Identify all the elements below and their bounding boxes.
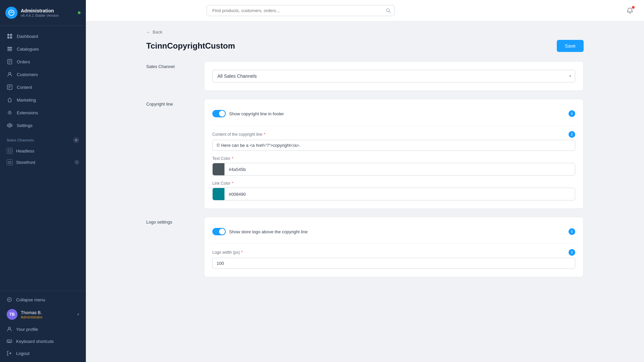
brand-name: Administration: [21, 8, 74, 13]
breadcrumb-arrow-icon: ←: [146, 29, 151, 35]
svg-point-12: [9, 72, 11, 74]
show-copyright-toggle-label: Show copyright line in footer: [229, 111, 565, 116]
text-color-label-text: Text Color: [212, 156, 230, 161]
svg-point-0: [9, 10, 14, 15]
logo-toggle-info-icon[interactable]: i: [569, 228, 575, 235]
sidebar-item-content[interactable]: Content: [0, 81, 86, 94]
logo-width-input[interactable]: [212, 258, 575, 269]
status-dot: [78, 11, 80, 14]
copyright-card: Show copyright line in footer i Content …: [204, 99, 584, 209]
svg-point-28: [8, 327, 10, 329]
page-header: TcinnCopyrightCustom Save: [146, 40, 584, 52]
breadcrumb-back-link[interactable]: Back: [153, 29, 162, 35]
link-color-swatch[interactable]: [213, 188, 225, 200]
sidebar-item-label: Content: [17, 85, 32, 90]
page-title: TcinnCopyrightCustom: [146, 41, 235, 51]
collapse-menu-label: Collapse menu: [16, 297, 45, 302]
catalogues-icon: [7, 46, 13, 52]
logout-item[interactable]: Logout: [0, 347, 86, 359]
show-copyright-toggle[interactable]: [212, 110, 226, 117]
settings-icon: [7, 122, 13, 128]
copyright-section-label: Copyright line: [146, 99, 193, 209]
sidebar-item-dashboard[interactable]: Dashboard: [0, 30, 86, 43]
sidebar-item-customers[interactable]: Customers: [0, 68, 86, 81]
storefront-actions[interactable]: [74, 160, 79, 165]
copyright-line-section: Copyright line Show copyright line in fo…: [146, 99, 584, 209]
svg-rect-2: [10, 34, 12, 36]
copyright-content-input[interactable]: [212, 140, 575, 151]
sales-channel-select-wrapper: All Sales Channels Headless Storefront ▾: [212, 70, 575, 82]
sidebar-item-label: Settings: [17, 123, 33, 128]
copyright-content-label-text: Content of the copyright line: [212, 132, 262, 137]
save-button[interactable]: Save: [557, 40, 584, 52]
sidebar-item-extensions[interactable]: Extensions: [0, 106, 86, 119]
brand-version: v6.4.6.1 Stable Version: [21, 13, 74, 17]
show-logo-toggle-row: Show store logo above the copyright line…: [212, 225, 575, 238]
text-color-label: Text Color *: [212, 156, 575, 161]
copyright-toggle-info-icon[interactable]: i: [569, 110, 575, 117]
topbar-right: [624, 5, 636, 17]
text-color-field-group: Text Color *: [212, 156, 575, 176]
keyboard-shortcuts-item[interactable]: Keyboard shortcuts: [0, 335, 86, 347]
show-logo-toggle-label: Show store logo above the copyright line: [229, 229, 565, 234]
search-input[interactable]: [207, 5, 394, 16]
sales-channel-section: Sales Channel All Sales Channels Headles…: [146, 61, 584, 91]
sidebar-item-marketing[interactable]: Marketing: [0, 94, 86, 106]
user-info: Thomas B. Administrator: [21, 310, 74, 319]
toggle-knob: [219, 229, 225, 235]
sidebar-item-orders[interactable]: Orders: [0, 55, 86, 68]
storefront-label: Storefront: [16, 160, 35, 165]
extensions-icon: [7, 110, 13, 116]
copyright-content-info-icon[interactable]: i: [569, 131, 575, 138]
logo-width-label-text: Logo width (px): [212, 250, 240, 255]
add-sales-channel-button[interactable]: +: [73, 137, 79, 143]
required-star: *: [232, 181, 233, 186]
storefront-channel-icon: [7, 159, 13, 165]
sidebar-item-settings[interactable]: Settings: [0, 119, 86, 132]
sales-channels-section-label: Sales Channels +: [0, 132, 86, 145]
svg-line-36: [389, 11, 390, 13]
sidebar-item-label: Customers: [17, 72, 38, 77]
svg-rect-4: [10, 37, 12, 39]
your-profile-item[interactable]: Your profile: [0, 323, 86, 335]
svg-rect-1: [7, 34, 9, 36]
link-color-label: Link Color *: [212, 181, 575, 186]
svg-rect-5: [7, 47, 12, 48]
search-button[interactable]: [386, 8, 391, 13]
sidebar-item-label: Dashboard: [17, 34, 38, 39]
notifications-button[interactable]: [624, 5, 636, 17]
sidebar-item-label: Extensions: [17, 110, 38, 115]
link-color-field: [212, 188, 575, 200]
logout-label: Logout: [16, 351, 30, 356]
svg-rect-19: [8, 149, 11, 152]
logout-icon: [7, 351, 12, 356]
user-avatar: TB: [7, 309, 17, 320]
user-profile-section[interactable]: TB Thomas B. Administrator ▾: [0, 306, 86, 323]
required-star: *: [232, 156, 233, 161]
divider: [212, 125, 575, 126]
divider: [212, 243, 575, 244]
svg-rect-6: [7, 49, 12, 50]
show-logo-toggle[interactable]: [212, 228, 226, 235]
sidebar-item-storefront[interactable]: Storefront: [0, 157, 86, 168]
text-color-swatch[interactable]: [213, 163, 225, 175]
svg-rect-3: [7, 37, 9, 39]
required-star: *: [241, 250, 243, 255]
collapse-menu-item[interactable]: Collapse menu: [0, 294, 86, 306]
sidebar-logo: [5, 7, 17, 19]
logo-width-info-icon[interactable]: i: [569, 249, 575, 256]
svg-rect-29: [7, 340, 12, 343]
sidebar-item-catalogues[interactable]: Catalogues: [0, 43, 86, 55]
logo-settings-section-label: Logo settings: [146, 217, 193, 277]
profile-icon: [7, 326, 12, 332]
sales-channel-select[interactable]: All Sales Channels Headless Storefront: [212, 70, 575, 82]
sidebar-item-headless[interactable]: Headless: [0, 145, 86, 157]
topbar: [86, 0, 644, 21]
brand-info: Administration v6.4.6.1 Stable Version: [21, 8, 74, 17]
sidebar-nav: Dashboard Catalogues: [0, 26, 86, 291]
link-color-input[interactable]: [225, 189, 575, 199]
text-color-input[interactable]: [225, 164, 575, 175]
user-name: Thomas B.: [21, 310, 74, 315]
sidebar: Administration v6.4.6.1 Stable Version D…: [0, 0, 86, 362]
user-role: Administrator: [21, 315, 74, 319]
